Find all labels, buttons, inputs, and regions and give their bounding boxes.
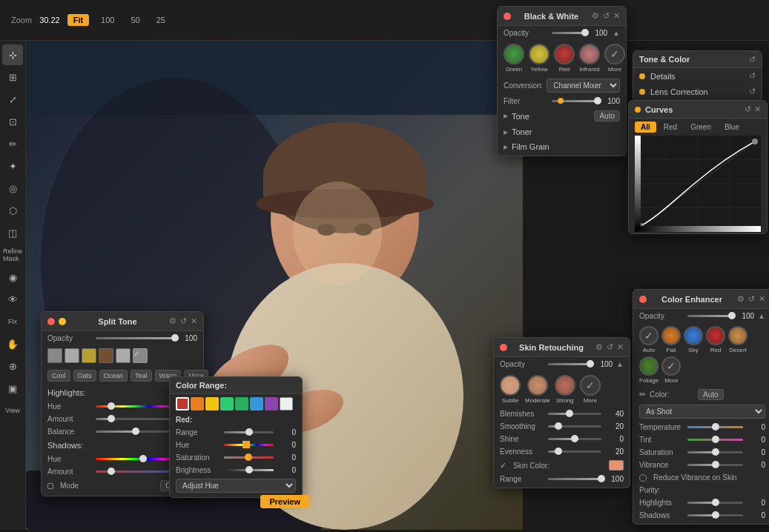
ce-up-arrow[interactable]: ▲: [758, 312, 765, 320]
preview-badge[interactable]: Preview: [260, 495, 309, 508]
view2-tool[interactable]: ▣: [2, 378, 23, 399]
swatch-grey[interactable]: [47, 348, 62, 363]
cr-swatch-blue[interactable]: [250, 397, 263, 410]
view-tool[interactable]: ⊞: [2, 67, 23, 87]
lens-correction-section[interactable]: Lens Correction ↺: [633, 84, 762, 101]
ce-settings[interactable]: ⚙: [737, 294, 745, 304]
yellow-circle[interactable]: [529, 44, 549, 64]
minimize-dot[interactable]: [59, 318, 66, 325]
skin-up-arrow[interactable]: ▲: [616, 360, 624, 368]
hand-tool[interactable]: ✋: [2, 333, 23, 354]
range-slider[interactable]: [548, 478, 601, 480]
curves-tab-green[interactable]: Green: [684, 122, 717, 133]
curves-tab-all[interactable]: All: [635, 122, 656, 133]
close-dot[interactable]: [47, 318, 55, 325]
moderate-circle[interactable]: [527, 375, 548, 396]
conversion-select[interactable]: Channel Mixer: [547, 79, 620, 93]
curves-close-icon[interactable]: ✕: [754, 104, 761, 114]
pencil-icon[interactable]: ✏: [639, 390, 646, 399]
crop-tool[interactable]: ⊡: [2, 111, 23, 132]
bw-close[interactable]: [504, 13, 511, 20]
zoom-100-button[interactable]: 100: [96, 14, 119, 26]
bw-up-arrow[interactable]: ▲: [613, 29, 620, 37]
reset-icon[interactable]: ↺: [180, 316, 187, 326]
skin-close[interactable]: [500, 344, 507, 351]
curves-tab-red[interactable]: Red: [658, 122, 683, 133]
ce-fall-circle[interactable]: [661, 326, 681, 345]
ce-reset[interactable]: ↺: [748, 294, 755, 304]
swatch-warm[interactable]: [82, 348, 96, 363]
cr-adjust-hue-select[interactable]: Adjust Hue: [176, 479, 296, 493]
ce-foliage-circle[interactable]: [639, 356, 659, 376]
ce-red-circle[interactable]: [706, 326, 725, 345]
ce-tint-slider[interactable]: [687, 439, 743, 441]
details-reset[interactable]: ↺: [749, 71, 756, 81]
fix-tool[interactable]: Fix: [2, 311, 23, 332]
reduce-vib-radio[interactable]: [639, 474, 647, 482]
heal-tool[interactable]: ✦: [2, 156, 23, 176]
cr-swatch-red[interactable]: [176, 397, 189, 410]
swatch-light[interactable]: [65, 348, 79, 363]
close-icon[interactable]: ✕: [191, 316, 197, 326]
bw-opacity-slider[interactable]: [552, 32, 585, 34]
skin-opacity-slider[interactable]: [548, 363, 590, 365]
shadows-hue-slider[interactable]: [96, 458, 175, 460]
cr-swatch-darkgreen[interactable]: [235, 397, 248, 410]
curves-tab-blue[interactable]: Blue: [719, 122, 745, 133]
cr-swatch-white[interactable]: [280, 397, 293, 410]
cr-swatch-orange[interactable]: [191, 397, 204, 410]
shine-slider[interactable]: [548, 438, 601, 440]
ce-as-shot-select[interactable]: As Shot: [639, 405, 765, 419]
skin-color-swatch[interactable]: [609, 460, 624, 471]
tone-section[interactable]: ▶ Tone Auto: [498, 107, 626, 124]
eye-tool[interactable]: 👁: [2, 289, 23, 310]
spot-tool[interactable]: ◉: [2, 267, 23, 287]
settings-icon[interactable]: ⚙: [169, 316, 176, 326]
ce-desert-circle[interactable]: [728, 326, 747, 345]
tone-color-reset[interactable]: ↺: [749, 55, 756, 64]
cr-hue-slider[interactable]: [224, 444, 274, 446]
ce-sat-slider[interactable]: [687, 451, 743, 453]
bw-close-icon[interactable]: ✕: [613, 11, 620, 21]
skin-close-icon[interactable]: ✕: [617, 342, 624, 352]
opacity-slider[interactable]: [96, 337, 175, 339]
filter-slider[interactable]: [552, 100, 598, 102]
ce-opacity-slider[interactable]: [687, 315, 732, 317]
skin-reset[interactable]: ↺: [607, 342, 613, 352]
cr-sat-slider[interactable]: [224, 456, 274, 459]
mode-check[interactable]: [47, 483, 53, 489]
transform-tool[interactable]: ⤢: [2, 89, 23, 110]
cr-swatch-purple[interactable]: [265, 397, 278, 410]
ce-close[interactable]: [639, 296, 647, 303]
brush-tool[interactable]: ✏: [2, 133, 23, 154]
ce-color-auto-btn[interactable]: Auto: [698, 389, 724, 400]
mask-tool[interactable]: ⬡: [2, 200, 23, 221]
blemishes-slider[interactable]: [548, 413, 601, 415]
lens-reset[interactable]: ↺: [749, 87, 756, 96]
red-circle[interactable]: [554, 44, 575, 64]
swatch-check[interactable]: ✓: [133, 348, 148, 363]
bw-reset-icon[interactable]: ↺: [603, 11, 610, 21]
zoom-25-button[interactable]: 25: [152, 14, 170, 26]
infrared-circle[interactable]: [579, 44, 600, 64]
clone-tool[interactable]: ◎: [2, 178, 23, 199]
ce-sky-circle[interactable]: [684, 326, 703, 345]
bw-settings-icon[interactable]: ⚙: [592, 11, 599, 21]
zoom-tool-btn[interactable]: ⊕: [2, 356, 23, 376]
film-grain-section[interactable]: ▶ Film Grain: [498, 139, 626, 156]
skin-color-check[interactable]: ✓: [500, 461, 506, 471]
ce-close-icon[interactable]: ✕: [759, 294, 765, 304]
subtle-circle[interactable]: [500, 375, 521, 396]
erase-tool[interactable]: ◫: [2, 222, 23, 243]
shadows-amount-slider[interactable]: [96, 471, 175, 473]
details-section[interactable]: Details ↺: [633, 68, 762, 84]
ce-temp-slider[interactable]: [687, 426, 743, 428]
curves-chart-svg[interactable]: [635, 136, 761, 232]
cr-range-slider[interactable]: [224, 431, 274, 433]
ce-highlights-slider[interactable]: [687, 502, 743, 504]
swatch-brown[interactable]: [99, 348, 113, 363]
refine-tool[interactable]: RefineMask: [2, 245, 23, 265]
skin-more-circle[interactable]: ✓: [580, 375, 601, 396]
preset-cool[interactable]: Cool: [47, 370, 70, 382]
tone-auto-btn[interactable]: Auto: [594, 110, 620, 122]
